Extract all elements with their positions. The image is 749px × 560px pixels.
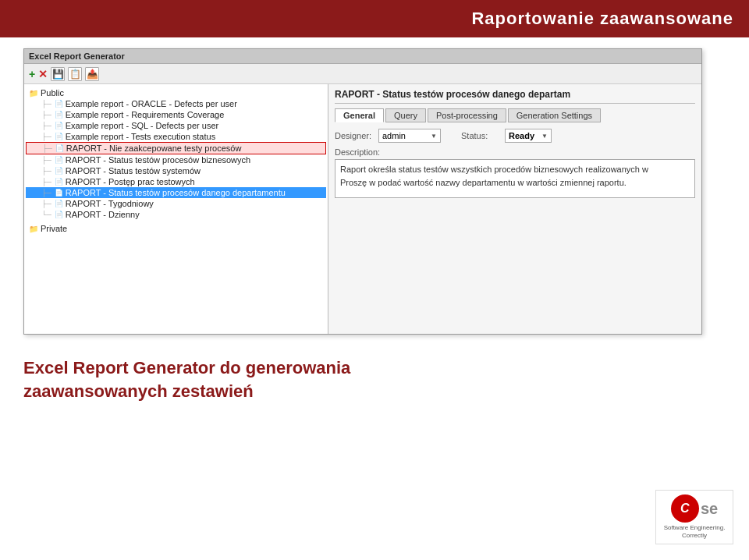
doc-icon-6: 📄: [55, 156, 63, 164]
tree-pane: 📁 Public ├─ 📄 Example report - ORACLE - …: [24, 84, 328, 334]
save-button[interactable]: 💾: [51, 67, 65, 81]
tree-item-6[interactable]: ├─ 📄 RAPORT - Status testów procesów biz…: [26, 154, 326, 165]
bottom-line2: zaawansowanych zestawień: [23, 381, 726, 402]
tree-item-label-2: Example report - Requirements Coverage: [66, 110, 225, 119]
designer-label: Designer:: [335, 131, 374, 140]
tree-item-label-10: RAPORT - Tygodniowy: [66, 199, 154, 208]
tree-item-label-6: RAPORT - Status testów procesów biznesow…: [66, 155, 250, 165]
tree-line-3: ├─: [41, 122, 51, 129]
tree-item-label-8: RAPORT - Postęp prac testowych: [66, 177, 195, 186]
tab-generation-settings[interactable]: Generation Settings: [508, 108, 601, 122]
doc-icon-10: 📄: [55, 200, 63, 207]
app-toolbar: + ✕ 💾 📋 📤: [24, 64, 701, 84]
cse-text: se: [701, 501, 718, 516]
doc-icon-11: 📄: [55, 211, 63, 218]
tree-item-label-4: Example report - Tests execution status: [66, 132, 215, 141]
report-detail-title: RAPORT - Status testów procesów danego d…: [335, 89, 695, 104]
copy-button[interactable]: 📋: [68, 67, 82, 81]
tree-item-5[interactable]: ├─ 📄 RAPORT - Nie zaakcepowane testy pro…: [26, 142, 326, 154]
header-title: Raportowanie zaawansowane: [471, 9, 733, 29]
add-button[interactable]: +: [29, 68, 35, 80]
doc-icon-4: 📄: [55, 133, 63, 140]
designer-status-row: Designer: admin ▼ Status: Ready ▼: [335, 129, 695, 143]
description-label: Description:: [335, 147, 695, 157]
tree-item-3[interactable]: ├─ 📄 Example report - SQL - Defects per …: [26, 120, 326, 131]
bottom-line1: Excel Report Generator do generowania: [23, 358, 726, 378]
tree-item-label-5: RAPORT - Nie zaakcepowane testy procesów: [66, 144, 242, 153]
doc-icon-9: 📄: [55, 189, 63, 197]
tree-line-11: └─: [41, 211, 51, 218]
logo-inner: C se Software Engineering. Correctly: [656, 494, 733, 539]
tree-line-1: ├─: [41, 100, 51, 108]
logo-tagline: Software Engineering. Correctly: [656, 524, 733, 539]
tree-line-8: ├─: [41, 178, 51, 186]
tree-item-label-1: Example report - ORACLE - Defects per us…: [66, 99, 237, 108]
header-bar: Raportowanie zaawansowane: [0, 0, 749, 37]
tree-item-2[interactable]: ├─ 📄 Example report - Requirements Cover…: [26, 109, 326, 120]
description-box: Raport określa status testów wszystkich …: [335, 159, 695, 198]
tree-item-9[interactable]: ├─ 📄 RAPORT - Status testów procesów dan…: [26, 187, 326, 198]
tree-line-6: ├─: [41, 156, 51, 164]
tree-item-4[interactable]: ├─ 📄 Example report - Tests execution st…: [26, 131, 326, 142]
doc-icon-8: 📄: [55, 178, 63, 186]
status-value: Ready: [509, 131, 541, 140]
status-dropdown-arrow[interactable]: ▼: [541, 133, 548, 140]
tabs-row: General Query Post-processing Generation…: [335, 108, 695, 122]
tree-item-label-7: RAPORT - Status testów systemów: [66, 166, 201, 175]
tree-item-8[interactable]: ├─ 📄 RAPORT - Postęp prac testowych: [26, 176, 326, 187]
tree-folder-public[interactable]: 📁 Public: [26, 87, 326, 98]
status-label: Status:: [461, 131, 500, 140]
tree-item-10[interactable]: ├─ 📄 RAPORT - Tygodniowy: [26, 198, 326, 209]
tree-item-label-9: RAPORT - Status testów procesów danego d…: [66, 188, 286, 197]
tree-line-5: ├─: [42, 144, 52, 152]
tree-item-1[interactable]: ├─ 📄 Example report - ORACLE - Defects p…: [26, 98, 326, 109]
tree-line-9: ├─: [41, 189, 51, 197]
app-window: Excel Report Generator + ✕ 💾 📋 📤 📁 Publi…: [23, 48, 702, 335]
logo-letter: C: [680, 502, 690, 516]
tab-general[interactable]: General: [335, 108, 384, 122]
tree-line-4: ├─: [41, 133, 51, 140]
designer-dropdown-arrow[interactable]: ▼: [431, 133, 437, 140]
tree-item-7[interactable]: ├─ 📄 RAPORT - Status testów systemów: [26, 165, 326, 176]
export-button[interactable]: 📤: [85, 67, 99, 81]
detail-pane: RAPORT - Status testów procesów danego d…: [328, 84, 701, 334]
tree-line-2: ├─: [41, 111, 51, 119]
doc-icon-3: 📄: [55, 122, 63, 129]
tree-line-7: ├─: [41, 167, 51, 175]
app-titlebar: Excel Report Generator: [24, 49, 701, 64]
folder-icon: 📁: [29, 89, 38, 97]
doc-icon-5: 📄: [55, 144, 64, 152]
app-title-label: Excel Report Generator: [29, 51, 125, 61]
designer-value: admin: [382, 131, 431, 140]
tab-postprocessing[interactable]: Post-processing: [428, 108, 506, 122]
tree-line-10: ├─: [41, 200, 51, 207]
logo-circle: C: [671, 494, 699, 523]
logo-container: C se Software Engineering. Correctly: [655, 490, 733, 544]
tree-item-11[interactable]: └─ 📄 RAPORT - Dzienny: [26, 209, 326, 220]
doc-icon-2: 📄: [55, 111, 63, 119]
tab-query[interactable]: Query: [385, 108, 426, 122]
doc-icon-1: 📄: [55, 100, 63, 108]
tree-public-label: Public: [41, 88, 64, 97]
tree-private-label: Private: [41, 224, 67, 233]
tree-folder-private[interactable]: 📁 Private: [26, 223, 326, 234]
tree-item-label-3: Example report - SQL - Defects per user: [66, 121, 218, 130]
bottom-text-area: Excel Report Generator do generowania za…: [0, 358, 749, 402]
app-body: 📁 Public ├─ 📄 Example report - ORACLE - …: [24, 84, 701, 334]
tree-item-label-11: RAPORT - Dzienny: [66, 210, 140, 219]
doc-icon-7: 📄: [55, 167, 63, 175]
delete-button[interactable]: ✕: [38, 68, 48, 80]
folder-icon-private: 📁: [29, 225, 38, 233]
